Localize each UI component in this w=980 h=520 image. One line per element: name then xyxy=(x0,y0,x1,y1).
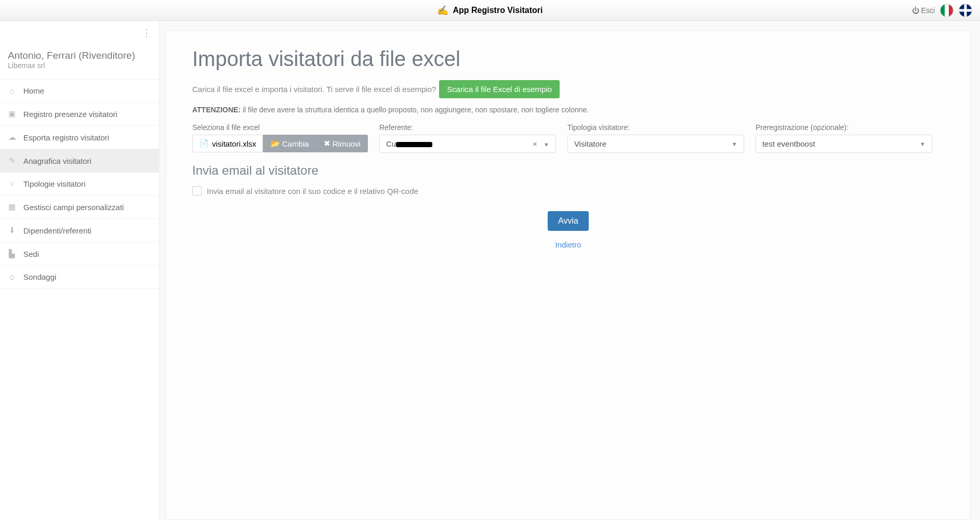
profile-company: Libemax srl xyxy=(8,61,151,70)
file-name-text: visitatori.xlsx xyxy=(212,139,256,148)
folder-open-icon: 📂 xyxy=(270,139,280,148)
smile-icon: ☺ xyxy=(8,272,16,281)
referente-value: Cu xyxy=(386,139,432,148)
file-label: Seleziona il file excel xyxy=(192,123,368,132)
edit-icon: ✎ xyxy=(8,156,16,165)
sidebar-item-label: Sedi xyxy=(23,250,39,258)
action-area: Avvia Indietro xyxy=(192,211,944,249)
remove-file-button[interactable]: ✖ Rimuovi xyxy=(316,135,368,152)
sidebar-item-label: Sondaggi xyxy=(23,272,56,281)
attention-text: il file deve avere la struttura identica… xyxy=(243,106,589,114)
tipologia-value: Visitatore xyxy=(574,139,606,148)
prereg-label: Preregistrazione (opzionale): xyxy=(756,123,932,132)
lang-en-button[interactable] xyxy=(959,4,972,17)
sidebar-item-dipendenti[interactable]: ⬇Dipendenti/referenti xyxy=(0,219,159,242)
prereg-group: Preregistrazione (opzionale): test event… xyxy=(756,123,932,153)
referente-select[interactable]: Cu × ▼ xyxy=(379,135,556,153)
sidebar-item-sedi[interactable]: ▙Sedi xyxy=(0,242,159,266)
chevron-down-icon: ▼ xyxy=(732,141,737,147)
change-file-label: Cambia xyxy=(282,139,309,148)
close-icon: ✖ xyxy=(324,139,330,148)
sidebar-item-registro[interactable]: ▣Registro presenze visitatori xyxy=(0,102,159,126)
remove-file-label: Rimuovi xyxy=(333,139,361,148)
branch-icon: ⑂ xyxy=(8,179,16,188)
profile-block: Antonio, Ferrari (Rivenditore) Libemax s… xyxy=(0,45,159,80)
upload-info-line: Carica il file excel e importa i visitat… xyxy=(192,80,944,98)
app-title: App Registro Visitatori xyxy=(453,6,542,15)
download-sample-button[interactable]: Scarica il file Excel di esempio xyxy=(439,80,560,98)
referente-group: Referente: Cu × ▼ xyxy=(379,123,556,153)
sidebar-item-sondaggi[interactable]: ☺Sondaggi xyxy=(0,266,159,289)
redacted-text xyxy=(396,142,432,147)
lang-it-button[interactable] xyxy=(940,4,953,17)
cloud-icon: ☁ xyxy=(8,133,16,142)
logout-button[interactable]: ⏻ Esci xyxy=(912,6,935,15)
file-group: Seleziona il file excel 📄 visitatori.xls… xyxy=(192,123,368,153)
topbar: ✍️ App Registro Visitatori ⏻ Esci xyxy=(0,0,980,21)
sidebar-item-label: Dipendenti/referenti xyxy=(23,226,91,235)
form-row: Seleziona il file excel 📄 visitatori.xls… xyxy=(192,123,944,153)
file-controls: 📄 visitatori.xlsx 📂 Cambia ✖ Rimuovi xyxy=(192,135,368,152)
sidebar-item-label: Esporta registro visitatori xyxy=(23,133,109,142)
sidebar-item-label: Tipologie visitatori xyxy=(23,179,86,188)
email-checkbox-label: Invia email al visitatore con il suo cod… xyxy=(207,187,418,196)
topbar-right: ⏻ Esci xyxy=(912,4,980,17)
start-button[interactable]: Avvia xyxy=(548,211,589,231)
logout-label: Esci xyxy=(921,6,935,15)
sidebar: ⋮ Antonio, Ferrari (Rivenditore) Libemax… xyxy=(0,21,160,520)
prereg-value: test eventboost xyxy=(762,139,815,148)
selected-file-name: 📄 visitatori.xlsx xyxy=(192,135,263,152)
chart-icon: ▙ xyxy=(8,249,16,258)
map-icon: ▣ xyxy=(8,109,16,119)
page-title: Importa visitatori da file excel xyxy=(192,47,944,71)
app-logo-icon: ✍️ xyxy=(437,5,448,16)
grid-icon: ▦ xyxy=(8,202,16,212)
sidebar-menu-toggle[interactable]: ⋮ xyxy=(0,21,159,45)
attention-line: ATTENZIONE: il file deve avere la strutt… xyxy=(192,106,944,114)
tipologia-select[interactable]: Visitatore ▼ xyxy=(567,135,744,153)
clear-referente-icon[interactable]: × xyxy=(533,139,537,148)
attention-label: ATTENZIONE: xyxy=(192,106,241,114)
download-icon: ⬇ xyxy=(8,226,16,235)
main-content: Importa visitatori da file excel Carica … xyxy=(166,30,971,520)
sidebar-item-esporta[interactable]: ☁Esporta registro visitatori xyxy=(0,126,159,149)
power-icon: ⏻ xyxy=(912,6,919,15)
referente-label: Referente: xyxy=(379,123,556,132)
back-link[interactable]: Indietro xyxy=(192,240,944,249)
home-icon: ⌂ xyxy=(8,86,16,95)
sidebar-item-home[interactable]: ⌂Home xyxy=(0,80,159,102)
upload-info-text: Carica il file excel e importa i visitat… xyxy=(192,85,436,94)
sidebar-item-label: Registro presenze visitatori xyxy=(23,110,117,119)
email-checkbox[interactable] xyxy=(192,186,202,196)
tipologia-group: Tipologia visitatore: Visitatore ▼ xyxy=(567,123,744,153)
sidebar-item-campi[interactable]: ▦Gestisci campi personalizzati xyxy=(0,196,159,219)
sidebar-item-tipologie[interactable]: ⑂Tipologie visitatori xyxy=(0,173,159,196)
chevron-down-icon: ▼ xyxy=(544,141,549,148)
app-title-group: ✍️ App Registro Visitatori xyxy=(437,5,542,16)
profile-name: Antonio, Ferrari (Rivenditore) xyxy=(8,50,151,61)
file-icon: 📄 xyxy=(199,139,209,148)
email-checkbox-row[interactable]: Invia email al visitatore con il suo cod… xyxy=(192,186,944,196)
tipologia-label: Tipologia visitatore: xyxy=(567,123,744,132)
email-section-title: Invia email al visitatore xyxy=(192,163,944,178)
prereg-select[interactable]: test eventboost ▼ xyxy=(756,135,932,153)
change-file-button[interactable]: 📂 Cambia xyxy=(263,135,316,152)
sidebar-item-anagrafica[interactable]: ✎Anagrafica visitatori xyxy=(0,149,159,173)
sidebar-item-label: Gestisci campi personalizzati xyxy=(23,203,124,212)
chevron-down-icon: ▼ xyxy=(920,141,925,147)
sidebar-item-label: Home xyxy=(23,86,44,95)
sidebar-item-label: Anagrafica visitatori xyxy=(23,157,91,165)
